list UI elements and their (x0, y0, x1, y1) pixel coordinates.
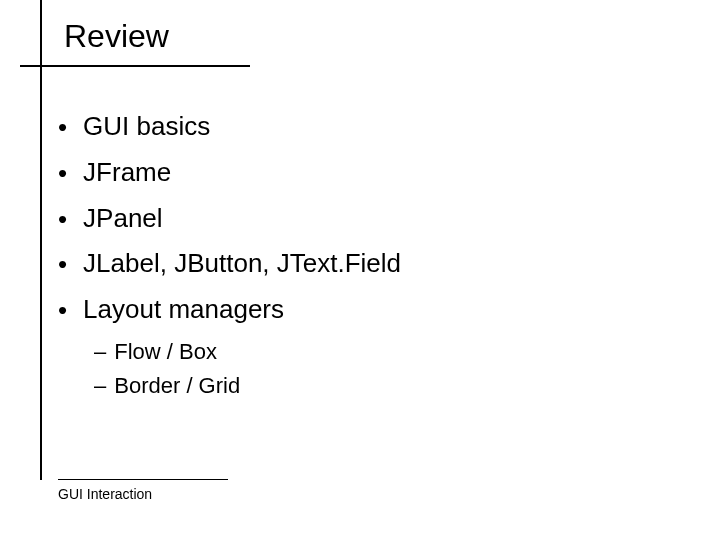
bullet-icon: • (58, 251, 67, 277)
footer-area: GUI Interaction (58, 479, 228, 502)
list-item: – Border / Grid (94, 373, 618, 399)
footer-text: GUI Interaction (58, 486, 228, 502)
sub-bullet-text: Flow / Box (114, 339, 217, 365)
bullet-icon: • (58, 160, 67, 186)
title-underline (20, 65, 250, 67)
list-item: • JFrame (58, 156, 618, 190)
sub-bullet-text: Border / Grid (114, 373, 240, 399)
list-item: • GUI basics (58, 110, 618, 144)
bullet-text: GUI basics (83, 110, 210, 144)
list-item: • JLabel, JButton, JText.Field (58, 247, 618, 281)
content-area: • GUI basics • JFrame • JPanel • JLabel,… (58, 110, 618, 407)
bullet-text: JFrame (83, 156, 171, 190)
dash-icon: – (94, 373, 106, 399)
bullet-icon: • (58, 114, 67, 140)
list-item: • JPanel (58, 202, 618, 236)
title-area: Review (20, 18, 250, 67)
list-item: • Layout managers (58, 293, 618, 327)
bullet-text: Layout managers (83, 293, 284, 327)
slide: Review • GUI basics • JFrame • JPanel • … (0, 0, 720, 540)
dash-icon: – (94, 339, 106, 365)
list-item: – Flow / Box (94, 339, 618, 365)
slide-title: Review (20, 18, 250, 65)
bullet-text: JPanel (83, 202, 163, 236)
bullet-text: JLabel, JButton, JText.Field (83, 247, 401, 281)
sub-bullet-list: – Flow / Box – Border / Grid (94, 339, 618, 399)
footer-rule (58, 479, 228, 480)
bullet-icon: • (58, 206, 67, 232)
bullet-list: • GUI basics • JFrame • JPanel • JLabel,… (58, 110, 618, 327)
vertical-rule (40, 0, 42, 480)
bullet-icon: • (58, 297, 67, 323)
